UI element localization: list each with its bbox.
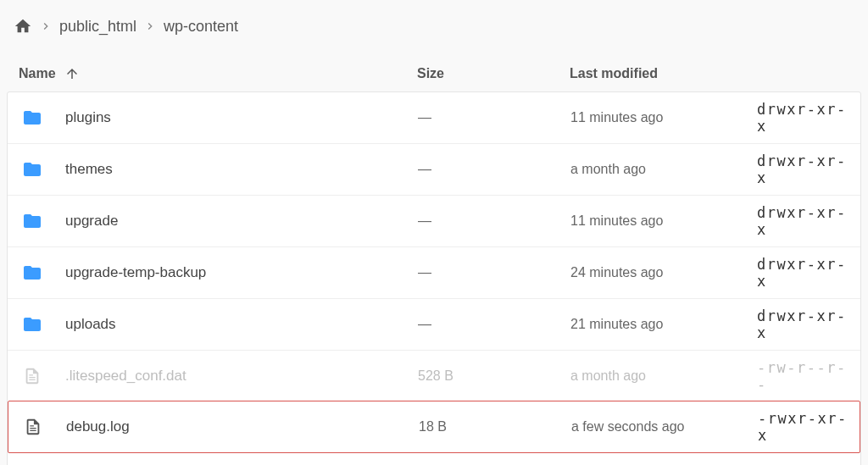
- file-name: plugins: [65, 109, 111, 126]
- table-row[interactable]: uploads—21 minutes agodrwxr-xr-x: [8, 298, 860, 350]
- cell-size: 528 B: [418, 368, 570, 384]
- table-row[interactable]: upgrade-temp-backup—24 minutes agodrwxr-…: [8, 246, 860, 298]
- file-name: uploads: [65, 316, 116, 333]
- cell-size: —: [418, 213, 570, 229]
- file-name: debug.log: [66, 418, 130, 435]
- cell-modified: 11 minutes ago: [570, 213, 757, 229]
- table-row[interactable]: index.php28 Ba month ago-rw-r--r--: [8, 452, 860, 465]
- column-header-name[interactable]: Name: [19, 66, 417, 81]
- breadcrumb-item[interactable]: public_html: [59, 18, 136, 36]
- cell-modified: 24 minutes ago: [570, 265, 757, 280]
- cell-modified: a few seconds ago: [571, 419, 758, 435]
- cell-permissions: -rw-r--r--: [757, 359, 849, 393]
- file-icon: [20, 418, 46, 436]
- cell-modified: 11 minutes ago: [570, 110, 757, 125]
- column-header-label: Name: [19, 66, 56, 81]
- folder-icon: [19, 211, 45, 231]
- cell-name: upgrade-temp-backup: [19, 263, 418, 283]
- folder-icon: [19, 314, 45, 335]
- table-row[interactable]: .litespeed_conf.dat528 Ba month ago-rw-r…: [8, 350, 860, 401]
- column-header-modified[interactable]: Last modified: [570, 66, 756, 81]
- cell-name: .litespeed_conf.dat: [19, 367, 418, 385]
- cell-size: 18 B: [419, 419, 571, 435]
- cell-name: upgrade: [19, 211, 418, 231]
- table-header: Name Size Last modified: [7, 56, 861, 91]
- table-row[interactable]: plugins—11 minutes agodrwxr-xr-x: [8, 92, 860, 143]
- cell-name: uploads: [19, 314, 418, 335]
- cell-modified: 21 minutes ago: [570, 317, 757, 332]
- file-name: .litespeed_conf.dat: [65, 368, 186, 385]
- folder-icon: [19, 108, 45, 128]
- cell-size: —: [418, 110, 570, 125]
- file-name: upgrade-temp-backup: [65, 264, 206, 281]
- file-list: plugins—11 minutes agodrwxr-xr-xthemes—a…: [7, 91, 861, 465]
- home-icon[interactable]: [14, 17, 32, 36]
- cell-permissions: drwxr-xr-x: [757, 256, 849, 290]
- file-name: themes: [65, 161, 113, 178]
- chevron-right-icon: [39, 19, 53, 33]
- cell-modified: a month ago: [570, 162, 757, 177]
- cell-name: plugins: [19, 108, 418, 128]
- cell-name: themes: [19, 159, 418, 180]
- cell-name: debug.log: [20, 418, 419, 436]
- column-header-size[interactable]: Size: [417, 66, 570, 81]
- table-row[interactable]: themes—a month agodrwxr-xr-x: [8, 143, 860, 195]
- table-row[interactable]: upgrade—11 minutes agodrwxr-xr-x: [8, 195, 860, 246]
- sort-ascending-icon: [64, 66, 80, 81]
- cell-permissions: drwxr-xr-x: [757, 152, 849, 186]
- cell-size: —: [418, 265, 570, 280]
- cell-permissions: drwxr-xr-x: [757, 204, 849, 238]
- table-row[interactable]: debug.log18 Ba few seconds ago-rwxr-xr-x: [8, 401, 860, 453]
- cell-permissions: drwxr-xr-x: [757, 307, 849, 341]
- chevron-right-icon: [143, 19, 157, 33]
- breadcrumb-item[interactable]: wp-content: [164, 18, 238, 36]
- folder-icon: [19, 263, 45, 283]
- cell-size: —: [418, 317, 570, 332]
- cell-size: —: [418, 162, 570, 177]
- folder-icon: [19, 159, 45, 180]
- cell-modified: a month ago: [570, 368, 757, 384]
- file-muted-icon: [19, 367, 45, 385]
- cell-permissions: -rw-r--r--: [757, 462, 849, 465]
- breadcrumb: public_html wp-content: [7, 7, 861, 56]
- cell-permissions: -rwxr-xr-x: [758, 410, 848, 444]
- file-name: upgrade: [65, 213, 118, 230]
- cell-permissions: drwxr-xr-x: [757, 101, 849, 135]
